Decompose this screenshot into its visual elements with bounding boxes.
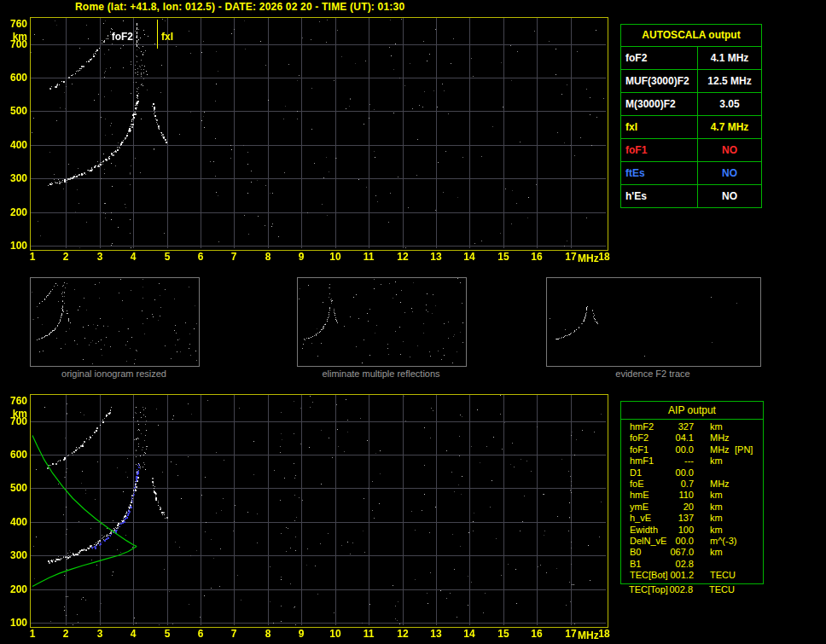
autoscala-param-label: M(3000)F2 xyxy=(621,93,698,115)
autoscala-output-table: AUTOSCALA output foF24.1 MHzMUF(3000)F21… xyxy=(620,24,762,208)
bottom-plot-x-tick-13: 13 xyxy=(428,629,445,639)
top-plot-x-tick-12: 12 xyxy=(394,252,411,262)
aip-param-unit: km xyxy=(710,490,723,501)
aip-param-unit: km xyxy=(710,547,723,558)
mini-panel-original-canvas xyxy=(31,278,197,364)
aip-param-unit: TECU xyxy=(709,584,735,595)
aip-param-value: 327 xyxy=(628,421,694,432)
top-plot-y-tick-100: 100 xyxy=(3,241,27,251)
aip-param-unit: TECU xyxy=(710,570,736,581)
aip-param-unit: MHz xyxy=(710,444,730,455)
top-plot-y-tick-400: 400 xyxy=(3,140,27,150)
bottom-plot-x-tick-18: 18 xyxy=(596,629,613,639)
aip-tec-top-row: TEC[Top]002.8TECU xyxy=(620,584,762,595)
aip-row-B0: B0067.0km xyxy=(621,547,763,558)
autoscala-app-window: Rome (lat: +41.8, lon: 012.5) - DATE: 20… xyxy=(0,0,826,644)
aip-param-value: 04.1 xyxy=(628,432,694,444)
fof2-frequency-marker-line xyxy=(137,23,137,47)
aip-param-unit: km xyxy=(710,502,723,513)
top-plot-x-tick-6: 6 xyxy=(192,252,209,262)
bottom-plot-x-tick-3: 3 xyxy=(91,629,108,639)
bottom-plot-y-tick-200: 200 xyxy=(3,584,27,595)
bottom-plot-x-tick-4: 4 xyxy=(125,629,142,639)
bottom-plot-x-tick-1: 1 xyxy=(24,629,41,639)
fof2-marker-label: foF2 xyxy=(101,31,133,43)
aip-param-unit: MHz xyxy=(710,432,730,444)
top-plot-x-tick-13: 13 xyxy=(428,252,445,262)
bottom-plot-x-tick-7: 7 xyxy=(225,629,242,639)
top-plot-x-tick-10: 10 xyxy=(327,252,344,262)
aip-row-DelN_vE: DelN_vE00.0m^(-3) xyxy=(621,536,763,547)
aip-param-note: [PN] xyxy=(735,444,753,455)
aip-param-value: 20 xyxy=(628,502,694,513)
bottom-plot-y-tick-760: 760 xyxy=(3,396,27,406)
top-plot-y-tick-700: 700 xyxy=(3,39,27,49)
mini-panel-evidence-f2 xyxy=(546,277,761,367)
bottom-plot-x-tick-17: 17 xyxy=(562,629,579,639)
autoscala-row-h'Es: h'EsNO xyxy=(621,185,761,207)
autoscala-param-value: 12.5 MHz xyxy=(698,75,761,87)
bottom-plot-y-tick-600: 600 xyxy=(3,450,27,460)
autoscala-output-rows: foF24.1 MHzMUF(3000)F212.5 MHzM(3000)F23… xyxy=(621,47,761,207)
bottom-plot-x-tick-9: 9 xyxy=(293,629,310,639)
top-plot-y-tick-300: 300 xyxy=(3,173,27,183)
autoscala-param-value: NO xyxy=(698,167,761,179)
bottom-plot-y-tick-400: 400 xyxy=(3,517,27,527)
top-plot-x-tick-14: 14 xyxy=(461,252,478,262)
mini-panel-caption-original: original ionogram resized xyxy=(30,368,198,379)
top-plot-y-axis-unit: km xyxy=(3,32,27,42)
mini-panel-evidence-canvas xyxy=(547,278,759,364)
bottom-plot-x-tick-2: 2 xyxy=(57,629,74,639)
autoscala-param-value: NO xyxy=(698,190,761,202)
autoscala-param-value: 4.7 MHz xyxy=(698,121,761,133)
autoscala-param-label: MUF(3000)F2 xyxy=(621,70,698,92)
top-plot-y-tick-200: 200 xyxy=(3,207,27,218)
aip-param-unit: MHz xyxy=(710,479,730,490)
aip-output-table: AIP output hmF2327kmfoF204.1MHzfoF100.0M… xyxy=(620,401,764,584)
aip-param-unit: km xyxy=(710,513,723,524)
top-plot-x-tick-11: 11 xyxy=(360,252,377,262)
top-plot-y-tick-760: 760 xyxy=(3,19,27,29)
fxi-frequency-marker-line xyxy=(157,20,158,49)
top-plot-x-tick-15: 15 xyxy=(495,252,512,262)
mini-panel-eliminate-canvas xyxy=(298,278,464,364)
aip-param-unit: km xyxy=(710,525,723,536)
mini-panel-eliminate-reflections xyxy=(297,277,467,367)
bottom-plot-y-tick-500: 500 xyxy=(3,483,27,493)
top-plot-x-tick-2: 2 xyxy=(57,252,74,262)
bottom-plot-x-tick-11: 11 xyxy=(360,629,377,639)
top-plot-x-tick-7: 7 xyxy=(225,252,242,262)
bottom-plot-x-tick-5: 5 xyxy=(159,629,176,639)
aip-param-value: 00.0 xyxy=(628,536,694,547)
mini-panel-original-ionogram xyxy=(30,277,200,367)
aip-row-ymE: ymE20km xyxy=(621,502,763,513)
bottom-plot-y-tick-100: 100 xyxy=(3,618,27,628)
bottom-plot-y-tick-300: 300 xyxy=(3,550,27,560)
top-plot-x-tick-3: 3 xyxy=(91,252,108,262)
top-plot-x-tick-1: 1 xyxy=(24,252,41,262)
bottom-plot-x-tick-15: 15 xyxy=(495,629,512,639)
aip-param-value: 02.8 xyxy=(628,559,694,570)
bottom-plot-y-axis-unit: km xyxy=(3,409,27,419)
aip-param-value: 137 xyxy=(628,513,694,524)
aip-output-rows: hmF2327kmfoF204.1MHzfoF100.0MHz[PN]hmF1-… xyxy=(621,420,763,581)
aip-param-unit: m^(-3) xyxy=(710,536,736,547)
aip-param-unit: km xyxy=(710,421,723,432)
critical-frequency-markers: foF2fxI xyxy=(31,18,608,250)
aip-row-TEC[Top]: TEC[Top]002.8TECU xyxy=(620,584,762,595)
bottom-plot-x-tick-6: 6 xyxy=(192,629,209,639)
autoscala-param-value: 4.1 MHz xyxy=(698,52,761,64)
top-plot-x-tick-9: 9 xyxy=(293,252,310,262)
aip-param-value: 100 xyxy=(628,525,694,536)
aip-row-hmF2: hmF2327km xyxy=(621,421,763,432)
bottom-plot-x-axis-unit: MHz xyxy=(578,630,599,641)
fxi-marker-label: fxI xyxy=(161,31,173,43)
top-ionogram-plot: foF2fxI xyxy=(30,17,608,251)
top-plot-x-axis-unit: MHz xyxy=(578,253,599,264)
mini-panel-caption-evidence: evidence F2 trace xyxy=(546,368,759,379)
aip-row-D1: D100.0 xyxy=(621,467,763,479)
aip-param-value: 110 xyxy=(628,490,694,501)
autoscala-param-value: 3.05 xyxy=(698,98,761,110)
bottom-ionogram-canvas xyxy=(31,395,606,625)
bottom-plot-x-tick-14: 14 xyxy=(461,629,478,639)
